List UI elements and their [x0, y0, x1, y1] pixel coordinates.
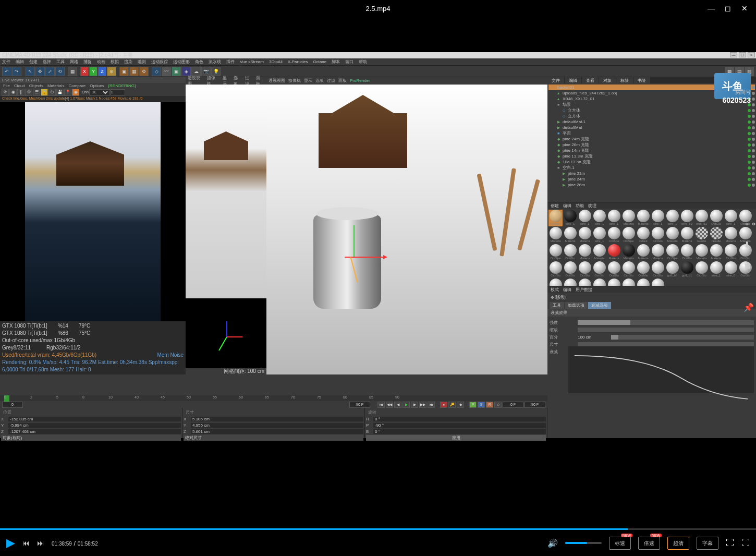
material-swatch[interactable]: OctGlo [651, 227, 665, 244]
tl-prev-frame-button[interactable]: ◀ [394, 402, 401, 408]
tl-next-frame-button[interactable]: ▶ [411, 402, 418, 408]
material-swatch[interactable]: wire_1 [709, 261, 723, 278]
lv-stop-button[interactable]: ◉ [9, 89, 17, 96]
attr-subtab-active[interactable]: 衰减选项 [588, 302, 611, 309]
play-button[interactable]: ▶ [6, 536, 15, 550]
theater-mode-button[interactable]: ⛶ [726, 538, 734, 548]
lv-lock-button[interactable]: 🔒 [41, 89, 48, 96]
vp-menu-ProRender[interactable]: ProRender [350, 78, 370, 83]
material-swatch[interactable]: defaul [636, 227, 650, 244]
cube-primitive-button[interactable]: ◇ [152, 67, 161, 76]
material-swatch[interactable]: Materia [680, 227, 694, 244]
material-swatch[interactable]: Materia [578, 227, 592, 244]
menu-网格[interactable]: 网格 [70, 59, 78, 65]
minimize-button[interactable]: — [708, 5, 715, 12]
material-swatch[interactable]: OctSpe [607, 227, 621, 244]
material-swatch[interactable]: bucket0 [548, 210, 563, 226]
material-swatch[interactable]: OctGlo [724, 244, 738, 261]
render-settings-button[interactable]: ⚙ [139, 67, 149, 76]
lv-menu-Cloud[interactable]: Cloud [14, 83, 25, 88]
attr-slider[interactable] [578, 328, 754, 332]
material-swatch[interactable]: OctGlo [694, 261, 709, 278]
tl-rot-key-button[interactable]: R [486, 402, 493, 408]
menu-工具[interactable]: 工具 [56, 59, 65, 65]
tl-goto-end-button[interactable]: ⏭ [428, 402, 435, 408]
select-tool[interactable]: ↖ [26, 67, 35, 76]
volume-slider[interactable] [565, 542, 602, 544]
pos-x-input[interactable]: -152.035 cm [8, 417, 181, 421]
tl-next-key-button[interactable]: ▶▶ [419, 402, 426, 408]
rot-p-input[interactable]: -90 ° [373, 423, 546, 428]
material-swatch[interactable]: wire_1 [724, 210, 738, 226]
lv-clock-button[interactable]: ⏱ [48, 89, 56, 96]
obj-tab-对象[interactable]: 对象 [599, 77, 616, 83]
generator-button[interactable]: ▣ [172, 67, 181, 76]
material-swatch[interactable]: OctGlo [621, 261, 636, 278]
material-swatch[interactable]: OctGlo [651, 261, 665, 278]
material-swatch[interactable]: golf_b1 [680, 261, 694, 278]
next-button[interactable]: ⏭ [37, 539, 44, 547]
download-icon[interactable]: ⬇ [743, 240, 754, 250]
material-swatch[interactable]: wire_1 [651, 210, 665, 226]
undo-button[interactable]: ↶ [2, 67, 11, 76]
material-swatch[interactable]: Materia [665, 227, 679, 244]
object-row[interactable]: ◇立方体 [548, 113, 755, 119]
material-swatch[interactable]: Materia [724, 227, 738, 244]
tl-pos-key-button[interactable]: P [469, 402, 477, 408]
vp-menu-面板[interactable]: 面板 [338, 78, 347, 83]
menu-运动跟踪[interactable]: 运动跟踪 [151, 59, 168, 65]
axis-x-toggle[interactable]: X [80, 67, 89, 76]
material-swatch[interactable]: Materia [636, 244, 650, 261]
speed-multi-button[interactable]: 倍速NEW [638, 537, 660, 550]
share-icon[interactable]: ⚬⚬ [743, 219, 754, 229]
viewport-left-canvas[interactable] [186, 84, 266, 368]
tl-scale-key-button[interactable]: S [478, 402, 485, 408]
fullscreen-button[interactable]: ⛶ [741, 538, 750, 548]
material-swatch[interactable]: wire_53 [680, 210, 694, 226]
delete-icon[interactable]: 🗑 [743, 261, 754, 271]
object-row[interactable]: ◆pine 24m 克隆 [548, 136, 755, 142]
menu-流水线[interactable]: 流水线 [209, 59, 221, 65]
rot-b-input[interactable]: 0 ° [373, 429, 546, 434]
object-row[interactable]: ◆pine 14m 克隆 [548, 148, 755, 153]
material-swatch[interactable]: OctGlo [563, 261, 577, 278]
object-row[interactable]: ▶pine 24m [548, 176, 755, 182]
material-swatch[interactable]: OctMix [636, 261, 650, 278]
close-button[interactable]: ✕ [741, 5, 748, 12]
material-swatch[interactable]: wire_51 [694, 210, 709, 226]
tl-play-button[interactable]: ▶ [403, 402, 410, 408]
object-row[interactable]: ◆pine 26m 克隆 [548, 142, 755, 148]
tl-param-key-button[interactable]: ◇ [494, 402, 502, 408]
attr-slider[interactable] [578, 320, 754, 325]
lv-octane-button[interactable]: ◉ [72, 89, 79, 96]
material-swatch[interactable]: OctSpe [665, 244, 679, 261]
material-grid[interactable]: bucket0wire_1wire_1wire_1wire_1MateriaMa… [547, 209, 756, 296]
spline-button[interactable]: 〰 [162, 67, 171, 76]
material-swatch[interactable]: OctGlo [563, 244, 577, 261]
menu-帮助[interactable]: 帮助 [359, 59, 367, 65]
pos-mode-select[interactable]: 对象(相对) [1, 435, 181, 441]
mat-tab-纹理[interactable]: 纹理 [588, 203, 596, 209]
lv-menu-File[interactable]: File [3, 83, 10, 88]
attr-slider[interactable] [611, 335, 754, 340]
material-swatch[interactable]: OctGlo [680, 244, 694, 261]
menu-运动图形[interactable]: 运动图形 [173, 59, 190, 65]
pin-icon[interactable]: 📌 [743, 303, 754, 313]
lv-settings-button[interactable]: ⚙ [25, 89, 32, 96]
maximize-button[interactable]: ◻ [724, 5, 731, 12]
material-swatch[interactable]: needle [709, 227, 723, 244]
obj-tab-标签[interactable]: 标签 [616, 77, 633, 83]
vp-menu-摄像机[interactable]: 摄像机 [288, 78, 301, 83]
attr-tab-编辑[interactable]: 编辑 [563, 287, 571, 293]
menu-创建[interactable]: 创建 [29, 59, 38, 65]
material-swatch[interactable]: Materia [563, 227, 577, 244]
viewport-right-canvas[interactable] [266, 84, 547, 374]
material-swatch[interactable]: needle [694, 227, 709, 244]
lv-menu-Objects[interactable]: Objects [29, 83, 43, 88]
material-swatch[interactable]: wire_1 [592, 210, 606, 226]
attr-tab-用户数据[interactable]: 用户数据 [576, 287, 592, 293]
lv-pin-button[interactable]: 📍 [64, 89, 71, 96]
menu-捕捉[interactable]: 捕捉 [83, 59, 92, 65]
material-swatch[interactable]: wire_1 [607, 210, 621, 226]
material-swatch[interactable]: OctGlo [592, 261, 606, 278]
